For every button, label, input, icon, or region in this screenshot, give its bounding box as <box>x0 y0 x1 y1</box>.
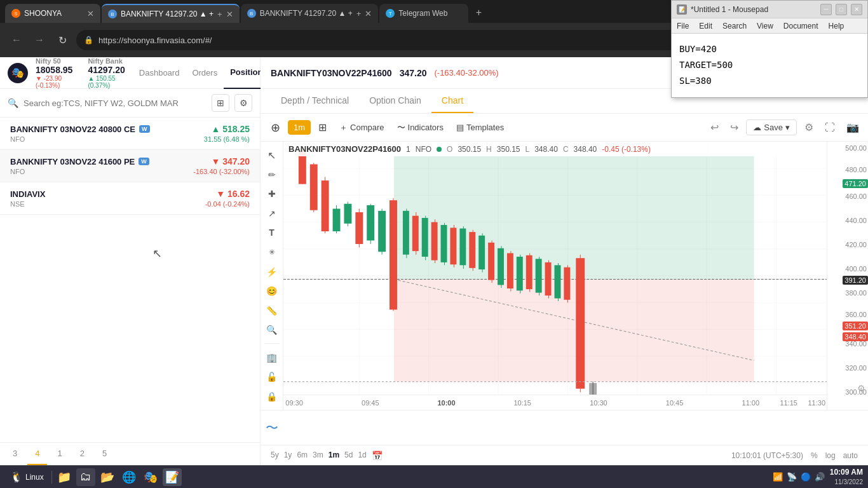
scale-settings-icon[interactable]: ⚙ <box>857 383 865 393</box>
save-button[interactable]: ☁ Save ▾ <box>746 119 797 135</box>
bottom-tab-1[interactable]: 1 <box>50 442 69 465</box>
tab-plus-banknifty2[interactable]: + <box>356 9 362 18</box>
bottom-tab-4[interactable]: 4 <box>27 442 47 465</box>
svg-rect-51 <box>450 227 456 264</box>
tf-6m[interactable]: 6m <box>297 451 308 461</box>
tf-3m[interactable]: 3m <box>313 451 323 461</box>
emoji-tool[interactable]: 😊 <box>263 283 281 300</box>
percent-scale-option[interactable]: % <box>811 451 818 460</box>
taskbar-linux[interactable]: 🐧 Linux <box>5 470 49 484</box>
tf-1d[interactable]: 1d <box>358 451 366 461</box>
mousepad-content[interactable]: BUY=420 TARGET=500 SL=380 <box>672 34 867 97</box>
new-tab-button[interactable]: + <box>470 4 487 22</box>
mousepad-minimize-btn[interactable]: ─ <box>820 4 832 15</box>
ohlc-timeframe: 1 <box>406 145 410 154</box>
browser-tab-shoonya[interactable]: S SHOONYA ✕ <box>5 4 100 23</box>
browser-tab-telegram[interactable]: T Telegram Web <box>379 4 468 23</box>
nav-back-button[interactable]: ← <box>8 31 25 49</box>
tf-5d[interactable]: 5d <box>344 451 353 461</box>
nav-refresh-button[interactable]: ↻ <box>53 31 71 49</box>
settings-gear-icon[interactable]: ⚙ <box>801 119 817 136</box>
pencil-tool[interactable]: ✏ <box>263 166 281 184</box>
address-bar[interactable]: 🔒 https://shoonya.finvasia.com/#/ <box>76 30 751 50</box>
compare-button[interactable]: ＋ Compare <box>334 119 389 136</box>
watchlist-type-2: NSE <box>10 200 25 208</box>
watchlist-item-1[interactable]: BANKNIFTY 03NOV22 41600 PE W ▼ 347.20 NF… <box>0 150 260 182</box>
tf-5y[interactable]: 5y <box>271 451 279 461</box>
niftybank-label: Nifty Bank <box>88 57 125 65</box>
watchlist-item-2[interactable]: INDIAVIX ▼ 16.62 NSE -0.04 (-0.24%) <box>0 182 260 215</box>
ruler-tool[interactable]: 📏 <box>263 302 281 319</box>
interval-button[interactable]: ⊞ <box>313 119 332 136</box>
mousepad-menu-file[interactable]: File <box>677 22 689 30</box>
bottom-tab-2[interactable]: 2 <box>72 442 92 465</box>
search-input[interactable] <box>24 98 207 108</box>
zoom-tool[interactable]: 🔍 <box>263 322 281 339</box>
folder-icon: 📂 <box>100 470 114 484</box>
price-380: 380.00 <box>845 289 867 297</box>
tab-close-shoonya[interactable]: ✕ <box>87 9 94 18</box>
tf-1m-active[interactable]: 1m <box>329 451 339 461</box>
mousepad-menu-edit[interactable]: Edit <box>699 22 712 30</box>
tab-plus-banknifty1[interactable]: + <box>217 10 222 19</box>
log-scale-option[interactable]: log <box>825 451 836 460</box>
tab-close-banknifty2[interactable]: ✕ <box>365 9 372 18</box>
mousepad-menu-view[interactable]: View <box>757 22 773 30</box>
taskbar-folder[interactable]: 📂 <box>98 468 117 486</box>
tab-depth-technical[interactable]: Depth / Technical <box>271 89 359 113</box>
mousepad-menu-help[interactable]: Help <box>829 22 844 30</box>
tab-option-chain[interactable]: Option Chain <box>359 89 431 113</box>
svg-rect-69 <box>536 259 542 292</box>
redo-button[interactable]: ↪ <box>726 119 742 136</box>
svg-rect-25 <box>310 165 318 210</box>
browser-tab-banknifty1[interactable]: B BANKNIFTY 41297.20 ▲ + + ✕ <box>102 4 240 23</box>
timeframe-1m[interactable]: 1m <box>288 120 311 135</box>
tab-favicon-shoonya: S <box>11 9 20 18</box>
crosshair-tool[interactable]: ⊕ <box>266 118 285 137</box>
nav-forward-button[interactable]: → <box>31 31 48 49</box>
cursor-tool[interactable]: ↖ <box>263 147 281 164</box>
settings-button[interactable]: ⚙ <box>234 94 252 112</box>
sys-tray-icons: 📶 📡 🔵 🔊 <box>773 472 825 482</box>
lock-tool[interactable]: 🔓 <box>263 369 281 386</box>
camera-button[interactable]: 📷 <box>843 119 863 136</box>
taskbar-notepad[interactable]: 📝 <box>163 468 182 486</box>
text-tool[interactable]: T <box>263 224 281 241</box>
undo-button[interactable]: ↩ <box>707 119 722 136</box>
mousepad-menu-search[interactable]: Search <box>722 22 747 30</box>
svg-rect-31 <box>344 204 351 224</box>
hide-tool[interactable]: 🔒 <box>263 388 281 405</box>
trend-line-tool[interactable]: ↗ <box>263 205 281 222</box>
tab-chart[interactable]: Chart <box>431 89 473 113</box>
tab-close-banknifty1[interactable]: ✕ <box>226 10 233 19</box>
mousepad-maximize-btn[interactable]: □ <box>836 4 847 15</box>
chart-indicator-area: 〜 <box>261 410 868 445</box>
tf-calendar-icon[interactable]: 📅 <box>372 451 383 461</box>
mousepad-close-btn[interactable]: ✕ <box>851 4 862 15</box>
taskbar-files[interactable]: 📁 <box>55 468 74 486</box>
bottom-tab-5[interactable]: 5 <box>95 442 114 465</box>
auto-scale-option[interactable]: auto <box>843 451 858 460</box>
fibonacci-tool[interactable]: ✳ <box>263 244 281 261</box>
crosshair-draw-tool[interactable]: ✚ <box>263 186 281 203</box>
taskbar-browser[interactable]: 🌐 <box>119 468 139 486</box>
taskbar-shoonya[interactable]: 🎭 <box>141 468 160 486</box>
taskbar-app2[interactable]: 🗂 <box>76 468 95 486</box>
indicators-button[interactable]: 〜 Indicators <box>392 119 449 136</box>
svg-rect-65 <box>517 257 523 290</box>
nav-dashboard[interactable]: Dashboard <box>133 57 186 89</box>
chart-canvas[interactable]: BANKNIFTY03NOV22P41600 1 NFO O350.15 H35… <box>283 142 827 410</box>
browser-tab-banknifty2[interactable]: B BANKNIFTY 41297.20 ▲ + + ✕ <box>241 4 379 23</box>
bottom-tab-3[interactable]: 3 <box>5 442 25 465</box>
watchlist-item-0[interactable]: BANKNIFTY 03NOV22 40800 CE W ▲ 518.25 NF… <box>0 118 260 150</box>
tf-1y[interactable]: 1y <box>284 451 292 461</box>
magnet-tool[interactable]: 🏢 <box>263 349 281 366</box>
fullscreen-button[interactable]: ⛶ <box>821 119 839 136</box>
nav-orders[interactable]: Orders <box>186 57 224 89</box>
mousepad-menu-document[interactable]: Document <box>783 22 818 30</box>
pattern-tool[interactable]: ⚡ <box>263 263 281 280</box>
drawing-tools-panel: ↖ ✏ ✚ ↗ T ✳ ⚡ 😊 📏 🔍 🏢 🔓 🔒 <box>261 142 283 410</box>
templates-button[interactable]: ▤ Templates <box>451 120 509 135</box>
grid-view-button[interactable]: ⊞ <box>212 94 229 112</box>
mousepad-window: 📝 *Untitled 1 - Mousepad ─ □ ✕ File Edit… <box>671 0 868 98</box>
